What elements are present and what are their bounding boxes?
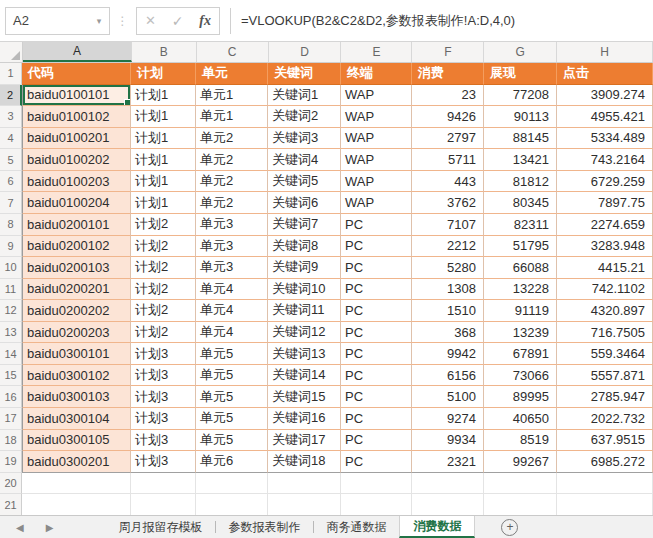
table-cell[interactable]: 计划1 [131, 106, 196, 128]
table-cell[interactable]: baidu0300101 [22, 343, 131, 365]
table-cell[interactable]: 99267 [484, 451, 557, 473]
table-cell[interactable] [196, 494, 268, 516]
tab-scroll-left-icon[interactable]: ◀ [16, 522, 24, 533]
table-cell[interactable] [22, 473, 131, 495]
table-cell[interactable]: 2022.732 [557, 408, 653, 430]
table-cell[interactable]: 5711 [412, 149, 484, 171]
row-header-11[interactable]: 11 [0, 279, 22, 301]
table-cell[interactable]: 计划2 [131, 236, 196, 258]
row-header-3[interactable]: 3 [0, 106, 22, 128]
table-cell[interactable]: 关键词6 [268, 192, 341, 214]
table-cell[interactable]: 7107 [412, 214, 484, 236]
row-header-1[interactable]: 1 [0, 63, 22, 85]
table-cell[interactable]: 81812 [484, 171, 557, 193]
column-header-h[interactable]: H [557, 42, 653, 62]
table-cell[interactable]: 关键词14 [268, 365, 341, 387]
table-cell[interactable]: 单元5 [196, 408, 268, 430]
table-cell[interactable]: 计划2 [131, 300, 196, 322]
table-cell[interactable]: baidu0100201 [22, 128, 131, 150]
row-header-6[interactable]: 6 [0, 171, 22, 193]
table-cell[interactable]: PC [341, 343, 412, 365]
table-cell[interactable]: 66088 [484, 257, 557, 279]
table-cell[interactable]: 关键词2 [268, 106, 341, 128]
row-header-19[interactable]: 19 [0, 451, 22, 473]
row-header-10[interactable]: 10 [0, 257, 22, 279]
table-cell[interactable]: 关键词5 [268, 171, 341, 193]
row-header-21[interactable]: 21 [0, 494, 22, 516]
table-cell[interactable]: PC [341, 386, 412, 408]
row-header-18[interactable]: 18 [0, 430, 22, 452]
table-cell[interactable]: 计划2 [131, 214, 196, 236]
table-cell[interactable]: 关键词1 [268, 85, 341, 107]
table-cell[interactable]: 单元5 [196, 365, 268, 387]
table-cell[interactable]: 89995 [484, 386, 557, 408]
table-cell[interactable]: 6985.272 [557, 451, 653, 473]
table-cell[interactable]: baidu0300102 [22, 365, 131, 387]
row-header-2[interactable]: 2 [0, 85, 22, 107]
table-header-cell[interactable]: 关键词 [268, 63, 341, 85]
table-cell[interactable]: 计划2 [131, 322, 196, 344]
row-header-15[interactable]: 15 [0, 365, 22, 387]
table-cell[interactable]: 9426 [412, 106, 484, 128]
table-cell[interactable]: 2321 [412, 451, 484, 473]
table-cell[interactable]: 9934 [412, 430, 484, 452]
table-cell[interactable]: 743.2164 [557, 149, 653, 171]
table-cell[interactable]: 742.1102 [557, 279, 653, 301]
table-cell[interactable] [131, 473, 196, 495]
table-cell[interactable]: 关键词11 [268, 300, 341, 322]
table-cell[interactable]: 4320.897 [557, 300, 653, 322]
row-header-5[interactable]: 5 [0, 149, 22, 171]
column-header-c[interactable]: C [197, 42, 269, 62]
table-cell[interactable]: 关键词3 [268, 128, 341, 150]
table-header-cell[interactable]: 点击 [557, 63, 653, 85]
table-cell[interactable]: 计划1 [131, 171, 196, 193]
table-cell[interactable]: 计划1 [131, 85, 196, 107]
table-cell[interactable]: 计划3 [131, 408, 196, 430]
table-cell[interactable]: 7897.75 [557, 192, 653, 214]
table-cell[interactable]: 计划1 [131, 128, 196, 150]
table-cell[interactable]: 5557.871 [557, 365, 653, 387]
table-cell[interactable]: baidu0300105 [22, 430, 131, 452]
table-cell[interactable]: 4415.21 [557, 257, 653, 279]
table-cell[interactable]: 关键词8 [268, 236, 341, 258]
table-cell[interactable]: 计划3 [131, 386, 196, 408]
table-cell[interactable]: 关键词7 [268, 214, 341, 236]
table-cell[interactable]: 73066 [484, 365, 557, 387]
table-cell[interactable]: 5334.489 [557, 128, 653, 150]
table-cell[interactable]: PC [341, 365, 412, 387]
table-cell[interactable]: 3283.948 [557, 236, 653, 258]
table-cell[interactable]: 关键词12 [268, 322, 341, 344]
table-cell[interactable]: 关键词17 [268, 430, 341, 452]
table-cell[interactable]: 6156 [412, 365, 484, 387]
table-cell[interactable]: WAP [341, 128, 412, 150]
table-cell[interactable]: 单元3 [196, 214, 268, 236]
table-cell[interactable]: 88145 [484, 128, 557, 150]
table-cell[interactable]: 368 [412, 322, 484, 344]
table-cell[interactable] [268, 473, 341, 495]
table-cell[interactable] [268, 494, 341, 516]
table-cell[interactable]: 6729.259 [557, 171, 653, 193]
table-cell[interactable]: WAP [341, 171, 412, 193]
table-cell[interactable] [131, 494, 196, 516]
table-cell[interactable]: 91119 [484, 300, 557, 322]
row-header-16[interactable]: 16 [0, 386, 22, 408]
table-cell[interactable]: 1510 [412, 300, 484, 322]
formula-input[interactable]: =VLOOKUP(B2&C2&D2,参数报表制作!A:D,4,0) [231, 12, 653, 30]
new-sheet-button[interactable]: + [501, 516, 518, 538]
table-cell[interactable]: 关键词18 [268, 451, 341, 473]
table-cell[interactable]: 单元3 [196, 236, 268, 258]
tab-scroll-right-icon[interactable]: ▶ [46, 522, 54, 533]
table-cell[interactable]: 单元2 [196, 128, 268, 150]
row-header-14[interactable]: 14 [0, 343, 22, 365]
table-cell[interactable]: baidu0100203 [22, 171, 131, 193]
column-header-b[interactable]: B [132, 42, 197, 62]
table-cell[interactable] [22, 494, 131, 516]
table-cell[interactable]: baidu0200102 [22, 236, 131, 258]
table-cell[interactable]: 单元3 [196, 257, 268, 279]
column-header-g[interactable]: G [484, 42, 557, 62]
table-cell[interactable]: baidu0300104 [22, 408, 131, 430]
sheet-tab-1[interactable]: 周月报留存模板 [105, 516, 215, 538]
table-cell[interactable]: 关键词10 [268, 279, 341, 301]
column-header-f[interactable]: F [412, 42, 484, 62]
table-cell[interactable]: 关键词15 [268, 386, 341, 408]
